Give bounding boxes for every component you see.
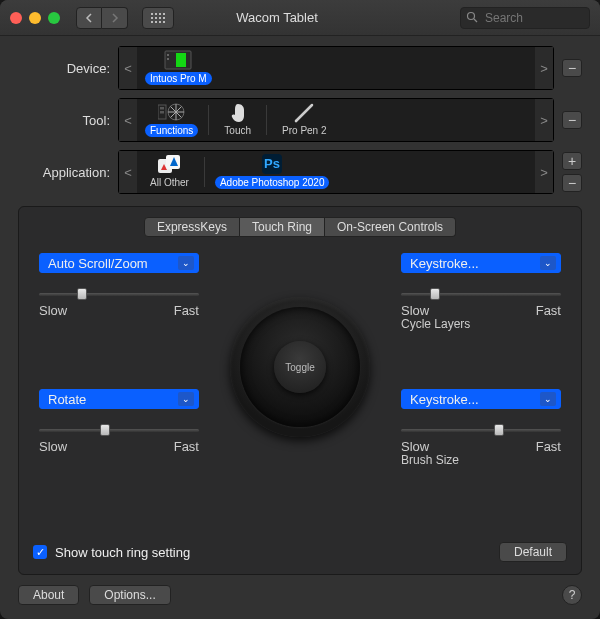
application-remove-button[interactable]: − — [562, 174, 582, 192]
slow-label: Slow — [39, 439, 67, 454]
tool-scroll-left-button[interactable]: < — [119, 99, 137, 141]
toggle-label: Toggle — [285, 362, 314, 373]
svg-line-13 — [474, 19, 477, 22]
tool-item-label: Touch — [219, 124, 256, 137]
checkbox-checked-icon: ✓ — [33, 545, 47, 559]
tool-item-functions[interactable]: Functions — [141, 101, 202, 139]
application-item-label: Adobe Photoshop 2020 — [215, 176, 330, 189]
touch-ring-settings: Toggle Auto Scroll/Zoom ⌄ SlowFast Keyst… — [33, 253, 567, 534]
fast-label: Fast — [174, 439, 199, 454]
application-add-button[interactable]: + — [562, 152, 582, 170]
tool-item-label: Functions — [145, 124, 198, 137]
search-input[interactable] — [460, 7, 590, 29]
function-description: Cycle Layers — [401, 317, 561, 331]
svg-point-12 — [468, 12, 475, 19]
svg-point-27 — [295, 120, 297, 122]
touch-icon — [224, 101, 252, 123]
tablet-icon — [164, 49, 192, 71]
speed-slider-tl[interactable] — [39, 287, 199, 301]
speed-slider-tr[interactable] — [401, 287, 561, 301]
tab-touch-ring[interactable]: Touch Ring — [240, 217, 325, 237]
svg-rect-20 — [160, 111, 164, 114]
svg-text:Ps: Ps — [264, 156, 280, 171]
pen-icon — [290, 101, 318, 123]
function-label: Rotate — [48, 392, 86, 407]
device-remove-button[interactable]: − — [562, 59, 582, 77]
application-scroll-left-button[interactable]: < — [119, 151, 137, 193]
slow-label: Slow — [401, 439, 429, 454]
minimize-window-button[interactable] — [29, 12, 41, 24]
zoom-window-button[interactable] — [48, 12, 60, 24]
selector-section: Device: < Intuos Pro M > − Tool: < — [0, 36, 600, 200]
settings-panel: ExpressKeys Touch Ring On-Screen Control… — [18, 206, 582, 575]
panel-bottom-row: ✓ Show touch ring setting Default — [33, 534, 567, 562]
default-button[interactable]: Default — [499, 542, 567, 562]
application-item-label: All Other — [145, 176, 194, 189]
application-scroll-right-button[interactable]: > — [535, 151, 553, 193]
device-scroll-right-button[interactable]: > — [535, 47, 553, 89]
close-window-button[interactable] — [10, 12, 22, 24]
tool-item-touch[interactable]: Touch — [215, 101, 260, 139]
device-row: Device: < Intuos Pro M > − — [18, 46, 582, 90]
device-scroll-left-button[interactable]: < — [119, 47, 137, 89]
photoshop-icon: Ps — [258, 153, 286, 175]
tool-track: < Functions Touch — [118, 98, 554, 142]
chevron-down-icon: ⌄ — [540, 392, 556, 406]
checkbox-label: Show touch ring setting — [55, 545, 190, 560]
footer: About Options... ? — [0, 585, 600, 619]
tab-on-screen-controls[interactable]: On-Screen Controls — [325, 217, 456, 237]
fast-label: Fast — [536, 303, 561, 318]
wacom-preferences-window: Wacom Tablet Device: < Intuos Pro M — [0, 0, 600, 619]
quadrant-bottom-right: Keystroke... ⌄ SlowFast Brush Size — [401, 389, 561, 467]
show-touch-ring-setting-checkbox[interactable]: ✓ Show touch ring setting — [33, 545, 190, 560]
functions-icon — [158, 101, 186, 123]
svg-rect-19 — [160, 107, 164, 110]
search-field-wrap — [460, 7, 590, 29]
function-popup-bl[interactable]: Rotate ⌄ — [39, 389, 199, 409]
quadrant-top-left: Auto Scroll/Zoom ⌄ SlowFast — [39, 253, 199, 318]
function-description: Brush Size — [401, 453, 561, 467]
device-track: < Intuos Pro M > — [118, 46, 554, 90]
application-label: Application: — [18, 165, 110, 180]
svg-rect-16 — [167, 54, 169, 56]
about-button[interactable]: About — [18, 585, 79, 605]
function-popup-br[interactable]: Keystroke... ⌄ — [401, 389, 561, 409]
tool-item-pro-pen-2[interactable]: Pro Pen 2 — [273, 101, 335, 139]
speed-slider-br[interactable] — [401, 423, 561, 437]
function-label: Keystroke... — [410, 392, 479, 407]
tool-scroll-right-button[interactable]: > — [535, 99, 553, 141]
chevron-down-icon: ⌄ — [540, 256, 556, 270]
options-button[interactable]: Options... — [89, 585, 170, 605]
titlebar: Wacom Tablet — [0, 0, 600, 36]
tool-remove-button[interactable]: − — [562, 111, 582, 129]
svg-rect-15 — [176, 53, 186, 67]
function-label: Keystroke... — [410, 256, 479, 271]
back-button[interactable] — [76, 7, 102, 29]
chevron-down-icon: ⌄ — [178, 392, 194, 406]
application-item-all-other[interactable]: All Other — [141, 153, 198, 191]
application-row: Application: < All Other Ps — [18, 150, 582, 194]
search-icon — [466, 11, 478, 23]
function-popup-tl[interactable]: Auto Scroll/Zoom ⌄ — [39, 253, 199, 273]
function-popup-tr[interactable]: Keystroke... ⌄ — [401, 253, 561, 273]
speed-slider-bl[interactable] — [39, 423, 199, 437]
function-label: Auto Scroll/Zoom — [48, 256, 148, 271]
fast-label: Fast — [174, 303, 199, 318]
toggle-button[interactable]: Toggle — [274, 341, 326, 393]
traffic-lights — [10, 12, 60, 24]
quadrant-top-right: Keystroke... ⌄ SlowFast Cycle Layers — [401, 253, 561, 331]
device-item-label: Intuos Pro M — [145, 72, 212, 85]
chevron-down-icon: ⌄ — [178, 256, 194, 270]
tab-expresskeys[interactable]: ExpressKeys — [144, 217, 240, 237]
application-track: < All Other Ps Adobe Photoshop 2020 — [118, 150, 554, 194]
tool-label: Tool: — [18, 113, 110, 128]
window-title: Wacom Tablet — [102, 10, 452, 25]
tool-item-label: Pro Pen 2 — [277, 124, 331, 137]
tool-row: Tool: < Functions Touch — [18, 98, 582, 142]
device-label: Device: — [18, 61, 110, 76]
touch-ring-visual: Toggle — [230, 297, 370, 437]
application-item-photoshop[interactable]: Ps Adobe Photoshop 2020 — [211, 153, 334, 191]
device-item-intuos-pro-m[interactable]: Intuos Pro M — [141, 49, 216, 87]
slow-label: Slow — [39, 303, 67, 318]
help-button[interactable]: ? — [562, 585, 582, 605]
